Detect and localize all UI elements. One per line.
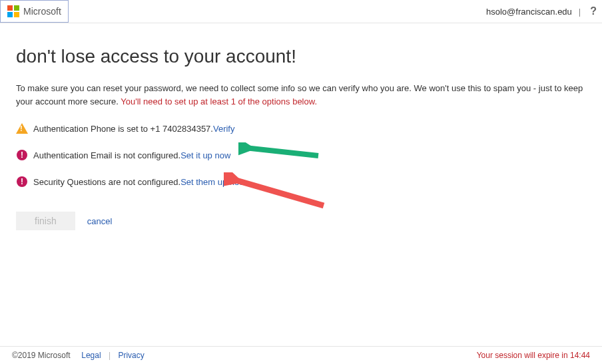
brand-label: Microsoft: [23, 6, 61, 17]
actions-bar: finish cancel: [16, 212, 586, 230]
alert-icon: !: [16, 149, 28, 161]
intro-text: To make sure you can reset your password…: [16, 82, 586, 108]
help-icon[interactable]: ?: [590, 5, 597, 17]
setup-questions-link[interactable]: Set them up now: [180, 177, 246, 187]
privacy-link[interactable]: Privacy: [118, 351, 144, 360]
security-questions-text: Security Questions are not configured.: [33, 177, 180, 187]
session-expiry: Your session will expire in 14:44: [477, 351, 590, 360]
footer-left: ©2019 Microsoft Legal | Privacy: [12, 351, 145, 360]
setup-email-link[interactable]: Set it up now: [180, 150, 230, 160]
security-questions-row: ! Security Questions are not configured.…: [16, 176, 586, 188]
microsoft-logo-icon: [7, 5, 19, 17]
brand-logo-box: Microsoft: [0, 0, 69, 23]
svg-rect-1: [14, 5, 19, 11]
intro-emphasis: You'll need to set up at least 1 of the …: [121, 96, 317, 106]
auth-phone-row: Authentication Phone is set to +1 740283…: [16, 122, 586, 134]
separator: |: [109, 351, 111, 360]
auth-phone-text: Authentication Phone is set to +1 740283…: [33, 124, 213, 134]
separator: |: [579, 7, 581, 17]
alert-icon: !: [16, 176, 28, 188]
content: don't lose access to your account! To ma…: [0, 23, 602, 230]
warning-icon: [16, 122, 28, 134]
svg-rect-0: [7, 5, 13, 11]
svg-rect-2: [7, 12, 13, 17]
legal-link[interactable]: Legal: [81, 351, 101, 360]
verify-link[interactable]: Verify: [213, 124, 235, 134]
auth-email-row: ! Authentication Email is not configured…: [16, 149, 586, 161]
footer: ©2019 Microsoft Legal | Privacy Your ses…: [0, 346, 602, 364]
user-email: hsolo@franciscan.edu: [486, 7, 572, 17]
auth-email-text: Authentication Email is not configured.: [33, 150, 180, 160]
header: Microsoft hsolo@franciscan.edu | ?: [0, 0, 602, 23]
finish-button: finish: [16, 212, 75, 230]
cancel-link[interactable]: cancel: [87, 216, 113, 226]
header-right: hsolo@franciscan.edu | ?: [486, 5, 597, 17]
page-title: don't lose access to your account!: [16, 46, 586, 67]
copyright: ©2019 Microsoft: [12, 351, 71, 360]
svg-rect-3: [14, 12, 19, 17]
